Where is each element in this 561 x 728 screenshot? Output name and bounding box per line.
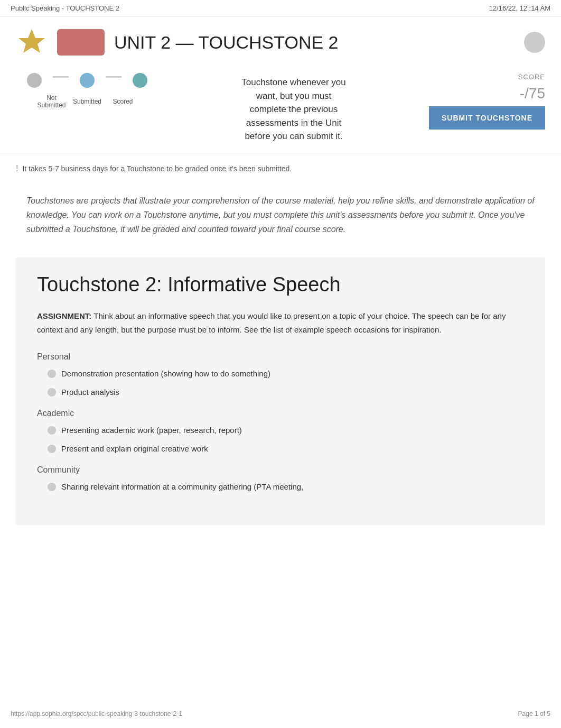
warning-icon: ! bbox=[16, 164, 18, 173]
category-personal: Personal bbox=[37, 352, 524, 362]
item-text: Present and explain original creative wo… bbox=[61, 443, 208, 455]
bullet-icon bbox=[48, 388, 56, 397]
score-label: SCORE bbox=[518, 73, 545, 81]
step-circle-submitted bbox=[80, 73, 95, 88]
item-text: Presenting academic work (paper, researc… bbox=[61, 425, 242, 437]
assignment-label: ASSIGNMENT: bbox=[37, 311, 91, 320]
footer-url: https://app.sophia.org/spcc/public-speak… bbox=[11, 710, 182, 717]
step-circle-scored bbox=[133, 73, 147, 88]
list-item: Present and explain original creative wo… bbox=[48, 443, 524, 455]
community-list: Sharing relevant information at a commun… bbox=[48, 481, 524, 493]
touchstone-title: Touchstone 2: Informative Speech bbox=[37, 273, 524, 296]
status-steps: NotSubmitted Submitted Scored bbox=[16, 73, 158, 109]
item-text: Demonstration presentation (showing how … bbox=[61, 368, 270, 380]
list-item: Demonstration presentation (showing how … bbox=[48, 368, 524, 380]
top-bar-left: Public Speaking - TOUCHSTONE 2 bbox=[11, 4, 119, 12]
personal-list: Demonstration presentation (showing how … bbox=[48, 368, 524, 398]
category-academic: Academic bbox=[37, 409, 524, 418]
assignment-body: Think about an informative speech that y… bbox=[37, 311, 506, 334]
category-community: Community bbox=[37, 465, 524, 475]
content-card: Touchstone 2: Informative Speech ASSIGNM… bbox=[16, 257, 545, 525]
top-bar: Public Speaking - TOUCHSTONE 2 12/16/22,… bbox=[0, 0, 561, 17]
step-label-submitted: Submitted bbox=[70, 98, 105, 105]
list-item: Sharing relevant information at a commun… bbox=[48, 481, 524, 493]
page-header: UNIT 2 — TOUCHSTONE 2 bbox=[0, 17, 561, 68]
header-badge bbox=[57, 29, 105, 56]
step-not-submitted bbox=[16, 73, 53, 88]
assignment-text: ASSIGNMENT: Think about an informative s… bbox=[37, 309, 524, 336]
step-connector-2 bbox=[106, 76, 121, 78]
bullet-icon bbox=[48, 445, 56, 453]
list-item: Product analysis bbox=[48, 386, 524, 399]
top-bar-right: 12/16/22, 12 :14 AM bbox=[489, 4, 550, 12]
warning-text: It takes 5-7 business days for a Touchst… bbox=[22, 164, 292, 173]
score-submit-area: SCORE -/75 SUBMIT TOUCHSTONE bbox=[429, 73, 545, 130]
status-section: NotSubmitted Submitted Scored Touchstone… bbox=[0, 68, 561, 154]
step-connector-1 bbox=[53, 76, 69, 78]
page-title: UNIT 2 — TOUCHSTONE 2 bbox=[114, 32, 515, 53]
score-value: -/75 bbox=[520, 85, 545, 102]
warning-bar: ! It takes 5-7 business days for a Touch… bbox=[0, 160, 561, 178]
bullet-icon bbox=[48, 370, 56, 378]
submit-touchstone-button[interactable]: SUBMIT TOUCHSTONE bbox=[429, 106, 545, 130]
step-label-not-submitted: NotSubmitted bbox=[34, 94, 69, 109]
step-submitted bbox=[69, 73, 106, 88]
page-footer: https://app.sophia.org/spcc/public-speak… bbox=[11, 710, 550, 717]
svg-marker-0 bbox=[18, 29, 45, 53]
footer-page: Page 1 of 5 bbox=[518, 710, 550, 717]
status-message: Touchstone whenever youwant, but you mus… bbox=[174, 73, 413, 143]
list-item: Presenting academic work (paper, researc… bbox=[48, 425, 524, 437]
logo-icon bbox=[16, 26, 48, 58]
item-text: Sharing relevant information at a commun… bbox=[61, 481, 303, 493]
avatar bbox=[524, 32, 545, 53]
item-text: Product analysis bbox=[61, 386, 119, 399]
step-label-scored: Scored bbox=[106, 98, 140, 105]
step-scored bbox=[121, 73, 158, 88]
intro-text: Touchstones are projects that illustrate… bbox=[0, 188, 561, 253]
academic-list: Presenting academic work (paper, researc… bbox=[48, 425, 524, 455]
step-circle-not-submitted bbox=[27, 73, 42, 88]
bullet-icon bbox=[48, 483, 56, 491]
bullet-icon bbox=[48, 426, 56, 435]
